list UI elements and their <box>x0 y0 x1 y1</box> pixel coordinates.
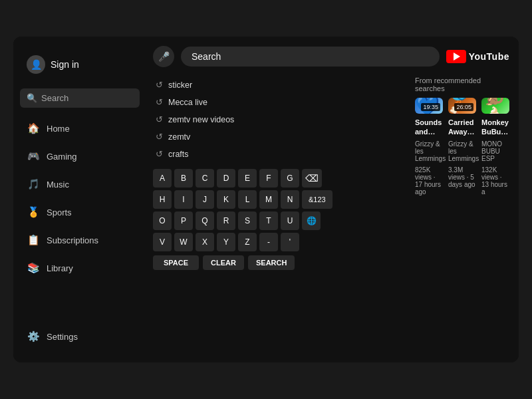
video-duration-2: 26:05 <box>454 103 473 111</box>
music-label: Music <box>47 180 69 190</box>
recommended-label: From recommended searches <box>415 76 509 92</box>
suggestion-text-4: zemtv <box>168 132 190 142</box>
sidebar-item-sports[interactable]: 🏅 Sports <box>20 200 140 225</box>
main-content: 🎤 Search YouTube ↺ sticker <box>146 37 519 362</box>
suggestions-list: ↺ sticker ↺ Mecca live ↺ zemtv new video… <box>153 76 406 162</box>
youtube-icon <box>446 50 466 63</box>
gaming-icon: 🎮 <box>27 150 40 163</box>
subscriptions-label: Subscriptions <box>47 235 98 245</box>
sidebar-item-music[interactable]: 🎵 Music <box>20 172 140 197</box>
video-thumb-3: 🐒🍦 <box>481 98 509 114</box>
video-duration-1: 19:35 <box>421 103 440 111</box>
suggestion-zemtv-new[interactable]: ↺ zemtv new videos <box>153 111 406 128</box>
key-P[interactable]: P <box>174 211 193 230</box>
key-Y[interactable]: Y <box>217 233 235 251</box>
key-I[interactable]: I <box>174 190 193 209</box>
video-title-3: Monkey BuBu M Colorful Ice Cre... <box>481 118 509 137</box>
key-H[interactable]: H <box>153 190 172 209</box>
left-panel: ↺ sticker ↺ Mecca live ↺ zemtv new video… <box>153 76 406 353</box>
home-icon: 🏠 <box>27 122 40 135</box>
key-F[interactable]: F <box>259 169 278 188</box>
key-J[interactable]: J <box>196 190 214 209</box>
key-O[interactable]: O <box>153 211 172 230</box>
library-icon: 📚 <box>27 261 40 275</box>
video-card-2[interactable]: 🐦🍗 26:05 Carried Away Bear | Grizzy & th… <box>448 98 476 196</box>
sidebar-search-label: Search <box>41 93 68 103</box>
music-icon: 🎵 <box>27 178 40 191</box>
suggestion-zemtv[interactable]: ↺ zemtv <box>153 128 406 145</box>
sidebar-item-home[interactable]: 🏠 Home <box>20 116 140 141</box>
key-C[interactable]: C <box>196 169 214 188</box>
key-W[interactable]: W <box>174 233 193 251</box>
key-Z[interactable]: Z <box>238 233 257 251</box>
key-M[interactable]: M <box>259 190 278 209</box>
video-thumb-1: 🐻💙🐾 19:35 <box>415 98 443 114</box>
video-title-1: Sounds and Visions | Grizzy & the lemmin… <box>415 118 443 137</box>
video-card-3[interactable]: 🐒🍦 Monkey BuBu M Colorful Ice Cre... MON… <box>481 98 509 196</box>
key-U[interactable]: U <box>281 211 299 230</box>
key-A[interactable]: A <box>153 169 172 188</box>
clear-button[interactable]: CLEAR <box>203 255 244 270</box>
space-button[interactable]: SPACE <box>153 255 199 270</box>
suggestion-text-5: crafts <box>168 150 189 159</box>
history-icon-3: ↺ <box>156 114 163 124</box>
key-numbers[interactable]: &123 <box>302 190 332 209</box>
suggestion-text-2: Mecca live <box>168 98 207 107</box>
history-icon-5: ↺ <box>156 149 163 159</box>
key-rows: A B C D E F G ⌫ H I J <box>153 169 406 251</box>
key-globe[interactable]: 🌐 <box>302 211 321 230</box>
key-X[interactable]: X <box>196 233 214 251</box>
right-panel: From recommended searches 🐻💙🐾 19:35 Soun… <box>415 76 509 353</box>
key-K[interactable]: K <box>217 190 235 209</box>
key-N[interactable]: N <box>281 190 299 209</box>
key-dash[interactable]: - <box>259 233 278 251</box>
history-icon-1: ↺ <box>156 80 163 90</box>
settings-label: Settings <box>47 332 78 342</box>
suggestion-mecca[interactable]: ↺ Mecca live <box>153 94 406 110</box>
video-channel-3: MONO BUBU ESP <box>481 140 509 162</box>
video-grid: 🐻💙🐾 19:35 Sounds and Visions | Grizzy & … <box>415 98 509 196</box>
suggestion-text-1: sticker <box>168 80 192 90</box>
video-card-1[interactable]: 🐻💙🐾 19:35 Sounds and Visions | Grizzy & … <box>415 98 443 196</box>
video-thumb-2: 🐦🍗 26:05 <box>448 98 476 114</box>
key-R[interactable]: R <box>217 211 235 230</box>
sidebar: 👤 Sign in 🔍 Search 🏠 Home 🎮 Gaming 🎵 Mus… <box>13 37 146 362</box>
history-icon-4: ↺ <box>156 132 163 142</box>
sidebar-item-subscriptions[interactable]: 📋 Subscriptions <box>20 227 140 253</box>
search-icon: 🔍 <box>27 93 37 103</box>
sign-in-button[interactable]: 👤 Sign in <box>20 50 140 79</box>
key-D[interactable]: D <box>217 169 235 188</box>
sidebar-item-settings[interactable]: ⚙️ Settings <box>20 324 140 349</box>
youtube-logo: YouTube <box>446 50 509 63</box>
sidebar-search[interactable]: 🔍 Search <box>20 88 140 108</box>
action-row: SPACE CLEAR SEARCH <box>153 255 406 270</box>
suggestion-crafts[interactable]: ↺ crafts <box>153 146 406 162</box>
search-button[interactable]: SEARCH <box>248 255 295 270</box>
key-S[interactable]: S <box>238 211 257 230</box>
key-G[interactable]: G <box>281 169 299 188</box>
mic-button[interactable]: 🎤 <box>153 46 174 67</box>
key-B[interactable]: B <box>174 169 193 188</box>
key-L[interactable]: L <box>238 190 257 209</box>
suggestion-text-3: zemtv new videos <box>168 115 234 124</box>
video-channel-2: Grizzy & les Lemmings <box>448 140 476 162</box>
key-E[interactable]: E <box>238 169 257 188</box>
video-title-2: Carried Away Bear | Grizzy & the lemming… <box>448 118 476 137</box>
sports-icon: 🏅 <box>27 205 40 219</box>
key-Q[interactable]: Q <box>196 211 214 230</box>
key-apostrophe[interactable]: ' <box>281 233 299 251</box>
suggestion-sticker[interactable]: ↺ sticker <box>153 76 406 93</box>
video-meta-1: 825K views · 17 hours ago <box>415 166 443 196</box>
video-channel-1: Grizzy & les Lemmings <box>415 140 443 162</box>
key-backspace[interactable]: ⌫ <box>302 169 322 188</box>
video-meta-2: 3.3M views · 5 days ago <box>448 166 476 188</box>
user-icon: 👤 <box>27 55 45 74</box>
key-row-4: V W X Y Z - ' <box>153 233 406 251</box>
key-V[interactable]: V <box>153 233 172 251</box>
key-T[interactable]: T <box>259 211 278 230</box>
key-row-3: O P Q R S T U 🌐 <box>153 211 406 230</box>
sidebar-item-library[interactable]: 📚 Library <box>20 255 140 281</box>
search-input[interactable]: Search <box>181 47 440 66</box>
sidebar-item-gaming[interactable]: 🎮 Gaming <box>20 144 140 169</box>
settings-icon: ⚙️ <box>27 330 40 343</box>
